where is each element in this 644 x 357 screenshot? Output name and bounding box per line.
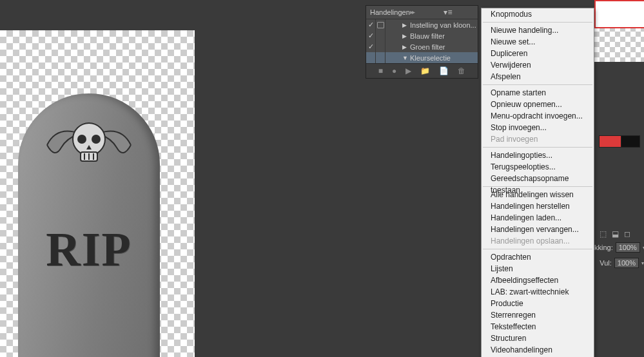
menu-item[interactable]: Nieuwe handeling... xyxy=(482,24,594,36)
menu-item[interactable]: Afbeeldingseffecten xyxy=(482,275,594,286)
opacity-label: kking: xyxy=(594,244,613,251)
new-action-icon[interactable]: 📄 xyxy=(439,66,449,75)
chevron-down-icon[interactable]: ▾ xyxy=(641,260,644,266)
stop-icon[interactable]: ■ xyxy=(378,66,383,75)
menu-item[interactable]: Handelingen vervangen... xyxy=(482,224,594,235)
layer-fx-toolbar: ⬚ ⬓ ◻ xyxy=(594,227,644,240)
action-row[interactable]: ▼Kleurselectie xyxy=(366,52,478,63)
menu-separator xyxy=(483,147,592,148)
menu-item[interactable]: Opnieuw opnemen... xyxy=(482,99,594,110)
menu-separator xyxy=(483,84,592,85)
toggle-action-checkbox[interactable] xyxy=(366,52,376,63)
disclosure-triangle-icon[interactable]: ▶ xyxy=(402,44,410,50)
menu-item[interactable]: Opdrachten xyxy=(482,251,594,263)
action-label: Instelling van kloon... xyxy=(410,21,478,29)
actions-panel-title: Handelingen xyxy=(370,6,410,19)
right-dock: ⬚ ⬓ ◻ kking: 100% ▾ Vul: 100% ▾ xyxy=(594,0,644,357)
menu-item[interactable]: Handelingen herstellen xyxy=(482,200,594,212)
menu-item[interactable]: Stop invoegen... xyxy=(482,122,594,133)
fill-label: Vul: xyxy=(594,259,612,267)
svg-point-2 xyxy=(92,135,101,144)
action-label: Groen filter xyxy=(410,43,478,51)
layer-style-icon[interactable]: ⬓ xyxy=(612,229,619,238)
collapse-icon[interactable]: ▸▸ xyxy=(410,6,440,19)
play-icon[interactable]: ▶ xyxy=(405,66,411,75)
tombstone-shape: RIP xyxy=(18,93,160,357)
actions-list[interactable]: ✓▶Instelling van kloon...✓▶Blauw filter✓… xyxy=(366,19,478,63)
toggle-dialog-checkbox[interactable] xyxy=(376,30,385,41)
menu-separator xyxy=(483,22,592,23)
toggle-dialog-checkbox[interactable] xyxy=(376,41,385,52)
menu-item[interactable]: Teksteffecten xyxy=(482,321,594,333)
menu-item[interactable]: Handelingopties... xyxy=(482,150,594,161)
menu-item[interactable]: Structuren xyxy=(482,333,594,344)
actions-panel-header[interactable]: Handelingen ▸▸ ▾≡ xyxy=(366,6,478,19)
disclosure-triangle-icon[interactable]: ▼ xyxy=(402,55,410,61)
menu-item[interactable]: Afspelen xyxy=(482,71,594,82)
action-row[interactable]: ✓▶Blauw filter xyxy=(366,30,478,41)
menu-item: Handelingen opslaan... xyxy=(482,235,594,247)
fill-value[interactable]: 100% xyxy=(614,258,639,268)
trash-icon[interactable]: 🗑 xyxy=(458,66,465,75)
link-icon[interactable]: ⬚ xyxy=(600,229,607,238)
svg-point-1 xyxy=(77,135,86,144)
action-label: Kleurselectie xyxy=(410,54,478,62)
layer-thumbnail-selected[interactable] xyxy=(594,0,644,28)
menu-item[interactable]: Nieuwe set... xyxy=(482,36,594,48)
menu-item[interactable]: Handelingen laden... xyxy=(482,212,594,224)
toggle-action-checkbox[interactable]: ✓ xyxy=(366,30,376,41)
menu-item[interactable]: Videohandelingen xyxy=(482,344,594,356)
toggle-dialog-checkbox[interactable] xyxy=(376,19,385,30)
disclosure-triangle-icon[interactable]: ▶ xyxy=(402,33,410,39)
menu-item[interactable]: Alle handelingen wissen xyxy=(482,189,594,200)
navigator-thumbnail[interactable] xyxy=(594,26,644,62)
menu-separator xyxy=(483,249,592,249)
toggle-action-checkbox[interactable]: ✓ xyxy=(366,19,376,30)
document-canvas[interactable]: RIP xyxy=(0,30,195,357)
toggle-dialog-checkbox[interactable] xyxy=(376,52,385,63)
menu-item[interactable]: LAB: zwart-wittechniek xyxy=(482,286,594,298)
menu-item: Pad invoegen xyxy=(482,133,594,145)
new-set-icon[interactable]: 📁 xyxy=(420,66,430,75)
rip-text: RIP xyxy=(18,222,160,277)
panel-menu-icon[interactable]: ▾≡ xyxy=(444,6,474,19)
menu-item[interactable]: Knopmodus xyxy=(482,8,594,20)
menu-item[interactable]: Gereedschapsopname toestaan xyxy=(482,173,594,184)
fill-field[interactable]: Vul: 100% ▾ xyxy=(594,257,644,269)
actions-panel[interactable]: Handelingen ▸▸ ▾≡ ✓▶Instelling van kloon… xyxy=(366,5,478,79)
actions-panel-footer[interactable]: ■●▶📁📄🗑 xyxy=(366,63,478,78)
skull-wings-graphic xyxy=(18,110,160,184)
layer-mask-icon[interactable]: ◻ xyxy=(624,229,630,238)
opacity-value[interactable]: 100% xyxy=(616,242,640,253)
menu-item[interactable]: Terugspeelopties... xyxy=(482,161,594,173)
opacity-field[interactable]: kking: 100% ▾ xyxy=(594,242,644,253)
background-swatch[interactable] xyxy=(621,135,640,148)
menu-item[interactable]: Verwijderen xyxy=(482,59,594,71)
action-row[interactable]: ✓▶Instelling van kloon... xyxy=(366,19,478,30)
menu-item[interactable]: Productie xyxy=(482,298,594,309)
menu-item[interactable]: Opname starten xyxy=(482,87,594,99)
action-row[interactable]: ✓▶Groen filter xyxy=(366,41,478,52)
disclosure-triangle-icon[interactable]: ▶ xyxy=(402,22,410,28)
actions-panel-menu[interactable]: KnopmodusNieuwe handeling...Nieuwe set..… xyxy=(481,8,594,357)
action-label: Blauw filter xyxy=(410,32,478,40)
menu-item[interactable]: Dupliceren xyxy=(482,48,594,59)
menu-item[interactable]: Sterrenregen xyxy=(482,309,594,321)
foreground-swatch[interactable] xyxy=(599,135,622,148)
menu-item[interactable]: Menu-opdracht invoegen... xyxy=(482,110,594,122)
toggle-action-checkbox[interactable]: ✓ xyxy=(366,41,376,52)
menu-item[interactable]: Lijsten xyxy=(482,263,594,275)
record-icon[interactable]: ● xyxy=(392,66,396,75)
